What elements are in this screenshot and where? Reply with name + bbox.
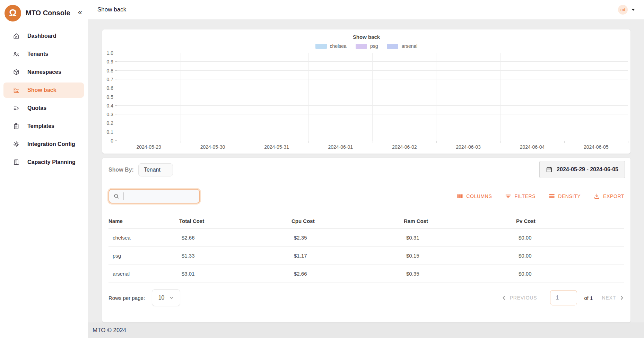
column-header-pv-cost[interactable]: Pv Cost <box>516 218 624 224</box>
columns-icon <box>457 193 463 199</box>
next-page-button[interactable]: NEXT <box>602 295 624 301</box>
y-tick-label: 0 <box>111 138 113 144</box>
footer-copyright: MTO © 2024 <box>93 327 126 334</box>
x-tick-mark <box>500 141 501 143</box>
chart-category-column <box>245 53 309 141</box>
x-tick-label: 2024-06-03 <box>436 144 500 150</box>
chart-category-column <box>117 53 181 141</box>
table-row[interactable]: arsenal $3.01 $2.66 $0.35 $0.00 <box>108 265 624 283</box>
legend-label: arsenal <box>401 43 417 49</box>
previous-page-button[interactable]: PREVIOUS <box>502 295 537 301</box>
legend-item-chelsea[interactable]: chelsea <box>315 43 347 49</box>
x-tick-mark <box>564 141 565 143</box>
y-tick-label: 0.5 <box>107 94 113 100</box>
sidebar-item-show-back[interactable]: Show back <box>3 83 84 98</box>
page: Ω MTO Console « Dashboard Tenants <box>0 0 644 338</box>
sidebar-collapse-icon[interactable]: « <box>78 9 82 18</box>
sidebar: Ω MTO Console « Dashboard Tenants <box>0 0 88 338</box>
home-icon <box>13 33 20 40</box>
legend-label: chelsea <box>330 43 347 49</box>
y-tick-label: 0.9 <box>107 59 113 64</box>
sidebar-item-tenants[interactable]: Tenants <box>3 46 84 62</box>
x-tick-label: 2024-06-05 <box>564 144 628 150</box>
x-tick-mark <box>373 141 373 143</box>
user-menu-caret-icon[interactable] <box>632 9 635 11</box>
y-tick-label: 0.3 <box>107 112 113 117</box>
column-header-total-cost[interactable]: Total Cost <box>179 218 291 224</box>
x-tick-label: 2024-06-04 <box>500 144 564 150</box>
legend-swatch <box>387 44 398 49</box>
main-area: Show back mt Show back chelseapsgarsenal… <box>88 0 644 338</box>
columns-button[interactable]: COLUMNS <box>457 193 492 199</box>
column-header-cpu-cost[interactable]: Cpu Cost <box>291 218 404 224</box>
y-tick-label: 0.6 <box>107 85 113 91</box>
rows-per-page-select[interactable]: 10 <box>152 289 180 306</box>
sidebar-item-quotas[interactable]: Quotas <box>3 101 84 116</box>
table-card: Show By: Tenant 2024-05-29 - 2024-06-05 <box>102 158 630 322</box>
date-range-picker[interactable]: 2024-05-29 - 2024-06-05 <box>539 161 625 178</box>
search-box[interactable] <box>108 189 200 203</box>
chevron-right-icon <box>619 295 624 300</box>
pager: PREVIOUS of 1 NEXT <box>502 290 624 305</box>
x-tick-mark <box>181 141 181 143</box>
x-tick-mark <box>308 141 309 143</box>
user-avatar[interactable]: mt <box>618 5 628 15</box>
chart-x-labels: 2024-05-292024-05-302024-05-312024-06-01… <box>117 144 628 150</box>
building-icon <box>13 159 20 166</box>
legend-item-arsenal[interactable]: arsenal <box>387 43 417 49</box>
density-icon <box>549 193 555 199</box>
table-header-row: Name Total Cost Cpu Cost Ram Cost Pv Cos… <box>108 213 624 229</box>
chart-category-column <box>501 53 564 141</box>
sidebar-menu: Dashboard Tenants Namespaces Show back <box>0 28 88 173</box>
x-tick-mark <box>436 141 437 143</box>
legend-item-psg[interactable]: psg <box>356 43 378 49</box>
y-tick-label: 0.8 <box>107 68 113 73</box>
x-tick-label: 2024-06-01 <box>308 144 372 150</box>
page-count-label: of 1 <box>584 295 593 301</box>
chart-columns <box>117 53 628 141</box>
filter-icon <box>505 193 511 199</box>
chart-title: Show back <box>102 29 630 40</box>
gear-icon <box>13 141 20 148</box>
y-tick-label: 1.0 <box>107 50 113 56</box>
footer: MTO © 2024 <box>88 322 644 338</box>
x-tick-label: 2024-06-02 <box>373 144 436 150</box>
x-tick-mark <box>117 141 117 143</box>
page-number-input[interactable] <box>550 290 577 305</box>
mto-logo-icon: Ω <box>5 5 21 21</box>
page-title: Show back <box>97 6 126 13</box>
sidebar-item-namespaces[interactable]: Namespaces <box>3 64 84 80</box>
sidebar-item-templates[interactable]: Templates <box>3 119 84 134</box>
search-input[interactable] <box>123 192 195 200</box>
y-tick-label: 0.7 <box>107 77 113 82</box>
calendar-icon <box>546 166 552 173</box>
show-by-select[interactable]: Tenant <box>138 163 173 176</box>
table-row[interactable]: chelsea $2.66 $2.35 $0.31 $0.00 <box>108 229 624 247</box>
users-icon <box>13 51 20 58</box>
column-header-name[interactable]: Name <box>108 218 179 224</box>
filters-button[interactable]: FILTERS <box>505 193 536 199</box>
sidebar-item-integration-config[interactable]: Integration Config <box>3 137 84 152</box>
x-tick-mark <box>628 141 628 143</box>
legend-label: psg <box>370 43 378 49</box>
column-header-ram-cost[interactable]: Ram Cost <box>404 218 516 224</box>
export-button[interactable]: EXPORT <box>594 193 624 199</box>
x-tick-label: 2024-05-29 <box>117 144 181 150</box>
x-tick-label: 2024-05-30 <box>181 144 244 150</box>
sidebar-item-dashboard[interactable]: Dashboard <box>3 28 84 44</box>
chart-plot-wrap: 00.10.20.30.40.50.60.70.80.91.0 2024-05-… <box>117 53 628 150</box>
chevron-down-icon <box>169 296 174 300</box>
density-button[interactable]: DENSITY <box>549 193 581 199</box>
y-tick-label: 0.2 <box>107 120 113 126</box>
chart-category-column <box>181 53 245 141</box>
content: Show back chelseapsgarsenal 00.10.20.30.… <box>88 20 644 322</box>
y-tick-label: 0.4 <box>107 103 113 109</box>
topbar: Show back mt <box>88 0 644 20</box>
legend-swatch <box>315 44 327 49</box>
chevron-left-icon <box>502 295 506 300</box>
chart-category-column <box>436 53 500 141</box>
table-row[interactable]: psg $1.33 $1.17 $0.15 $0.00 <box>108 247 624 265</box>
clipboard-icon <box>13 123 20 130</box>
pagination-row: Rows per page: 10 PREVIOUS of 1 NEX <box>108 289 624 306</box>
sidebar-item-capacity-planning[interactable]: Capacity Planning <box>3 155 84 170</box>
